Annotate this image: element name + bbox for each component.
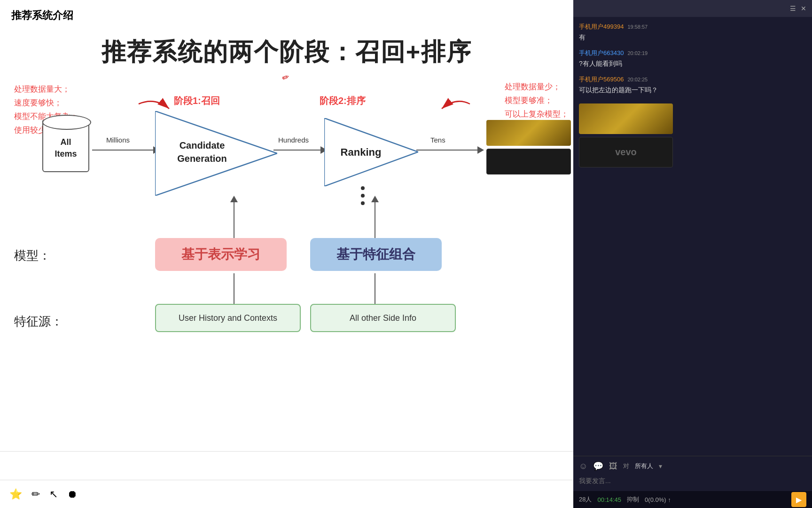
record-icon[interactable]: ⏺ bbox=[67, 488, 78, 500]
arrow-hundreds: Hundreds bbox=[273, 146, 327, 154]
stage2-label: 阶段2:排序 bbox=[320, 95, 366, 107]
millions-label: Millions bbox=[106, 136, 130, 144]
svg-text:Candidate: Candidate bbox=[180, 140, 225, 151]
chat-message-2: 手机用户663430 20:02:19 ?有人能看到吗 bbox=[579, 49, 806, 69]
status-time: 00:14:45 bbox=[597, 496, 621, 503]
feature-label: 特征源： bbox=[14, 313, 63, 330]
send-button[interactable]: ▶ bbox=[791, 492, 806, 507]
chat-text-1: 有 bbox=[579, 32, 806, 42]
menu-icon[interactable]: ☰ bbox=[790, 5, 796, 12]
user-history-box: User History and Contexts bbox=[155, 304, 301, 332]
thumb-2 bbox=[486, 149, 571, 175]
model-label: 模型： bbox=[14, 247, 51, 264]
chat-messages: 手机用户499394 19:58:57 有 手机用户663430 20:02:1… bbox=[573, 17, 812, 456]
panel-header: ☰ ✕ bbox=[573, 0, 812, 17]
chat-input-area: ☺ 💬 🖼 对 所有人 ▾ bbox=[573, 456, 812, 491]
status-bar: 28人 00:14:45 抑制 0(0.0%) ↑ ▶ bbox=[573, 491, 812, 508]
thumb-1 bbox=[486, 120, 571, 146]
diagram-container: 处理数据量大； 速度要够快； 模型不能太复杂； 使用较少特征； 处理数据量少； … bbox=[0, 73, 573, 365]
cursor-icon[interactable]: ↖ bbox=[49, 488, 58, 500]
arrow-tens: Tens bbox=[416, 146, 484, 154]
chat-user-2: 手机用户663430 bbox=[579, 49, 624, 57]
slide-title: 推荐系统介绍 bbox=[0, 0, 573, 26]
representation-learning-box: 基于表示学习 bbox=[155, 238, 287, 271]
people-count: 28人 bbox=[579, 495, 592, 504]
status-flow: 0(0.0%) ↑ bbox=[645, 496, 671, 503]
chat-icons-row: ☺ 💬 🖼 对 所有人 ▾ bbox=[579, 461, 806, 471]
status-mute: 抑制 bbox=[627, 495, 639, 504]
chat-time-3: 20:02:25 bbox=[627, 77, 648, 82]
chat-input[interactable] bbox=[579, 475, 806, 486]
chat-time-2: 20:02:19 bbox=[627, 50, 648, 56]
chat-bubble-icon[interactable]: 💬 bbox=[593, 461, 603, 471]
feature-combination-box: 基于特征组合 bbox=[310, 238, 442, 271]
slide-main-title: 推荐系统的两个阶段：召回+排序 bbox=[0, 36, 573, 69]
all-items-cylinder: All Items bbox=[42, 120, 89, 172]
to-select[interactable]: 所有人 bbox=[635, 462, 653, 470]
chat-thumb-1 bbox=[579, 103, 673, 134]
chat-user-1: 手机用户499394 bbox=[579, 23, 624, 31]
divider bbox=[0, 451, 573, 452]
ranking-shape: Ranking bbox=[324, 118, 418, 188]
side-info-box: All other Side Info bbox=[310, 304, 456, 332]
chat-text-2: ?有人能看到吗 bbox=[579, 59, 806, 69]
arrow-millions: Millions bbox=[92, 146, 160, 154]
candidate-gen-shape: Candidate Generation bbox=[155, 111, 277, 198]
dots-area bbox=[361, 186, 365, 205]
chat-thumb-2: vevo bbox=[579, 137, 673, 167]
stage1-label: 阶段1:召回 bbox=[174, 95, 220, 107]
hundreds-label: Hundreds bbox=[278, 136, 309, 144]
star-icon[interactable]: ⭐ bbox=[9, 488, 22, 500]
chat-text-3: 可以把左边的题跑一下吗？ bbox=[579, 85, 806, 95]
chevron-icon[interactable]: ▾ bbox=[659, 462, 662, 470]
tens-label: Tens bbox=[430, 136, 445, 144]
all-items-label: All Items bbox=[55, 136, 77, 160]
chat-user-3: 手机用户569506 bbox=[579, 75, 624, 84]
emoji-icon[interactable]: ☺ bbox=[579, 461, 587, 471]
slide-area: 推荐系统的两个阶段：召回+排序 ✏ 处理数据量大； 速度要够快； 模型不能太复杂… bbox=[0, 26, 573, 480]
chat-time-1: 19:58:57 bbox=[627, 24, 648, 30]
pencil-icon[interactable]: ✏ bbox=[31, 488, 40, 500]
main-content: 推荐系统介绍 推荐系统的两个阶段：召回+排序 ✏ 处理数据量大； 速度要够快； … bbox=[0, 0, 573, 508]
send-icon: ▶ bbox=[796, 495, 802, 504]
svg-text:Generation: Generation bbox=[177, 153, 227, 164]
arrow-cg-up bbox=[230, 196, 238, 245]
arrow-rank-up bbox=[371, 196, 379, 245]
toolbar: ⭐ ✏ ↖ ⏺ bbox=[0, 480, 573, 508]
svg-text:Ranking: Ranking bbox=[341, 146, 382, 158]
chat-message-3: 手机用户569506 20:02:25 可以把左边的题跑一下吗？ bbox=[579, 75, 806, 95]
chat-thumbnails: vevo bbox=[579, 103, 806, 167]
chat-message-1: 手机用户499394 19:58:57 有 bbox=[579, 23, 806, 42]
to-label: 对 bbox=[623, 462, 629, 470]
result-thumbnails bbox=[486, 120, 571, 175]
right-panel: ☰ ✕ 手机用户499394 19:58:57 有 手机用户663430 20:… bbox=[573, 0, 812, 508]
image-icon[interactable]: 🖼 bbox=[609, 461, 617, 471]
close-icon[interactable]: ✕ bbox=[801, 5, 806, 12]
